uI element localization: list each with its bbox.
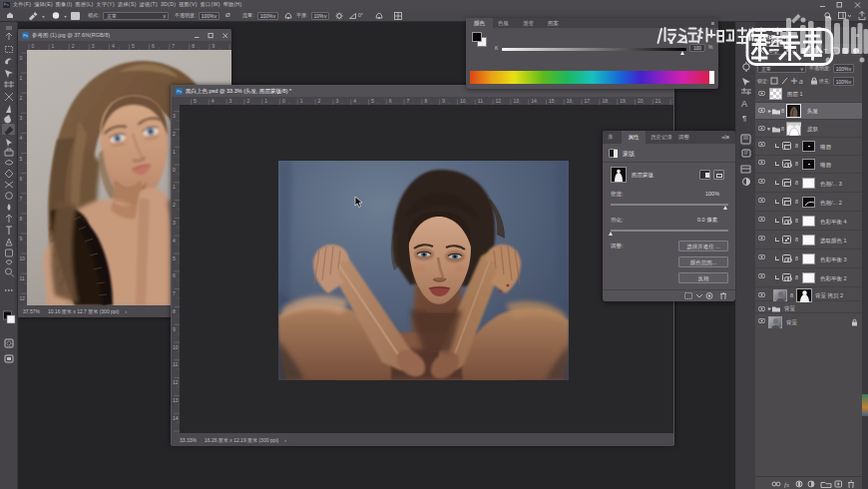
svg-text:17: 17 [585,98,591,104]
svg-text:3: 3 [92,43,95,49]
svg-text:4: 4 [353,98,356,104]
svg-text:4: 4 [173,238,176,244]
svg-text:3: 3 [335,98,338,104]
svg-text:¶: ¶ [742,114,746,123]
svg-text:2: 2 [72,43,75,49]
svg-text:9: 9 [442,98,445,104]
svg-text:9: 9 [173,326,176,332]
svg-text:20: 20 [638,98,644,104]
svg-text:6: 6 [173,272,176,278]
svg-text:0: 0 [282,98,285,104]
svg-text:FOR: FOR [771,39,780,44]
svg-text:6: 6 [20,176,23,182]
svg-text:6: 6 [152,43,155,49]
svg-text:7: 7 [20,196,23,202]
svg-text:10: 10 [20,255,26,261]
svg-text:1: 1 [20,75,23,81]
svg-text:1: 1 [173,149,176,155]
svg-text:0: 0 [20,55,23,61]
svg-text:18: 18 [602,98,608,104]
svg-text:11: 11 [478,98,483,104]
svg-text:2: 2 [246,98,249,104]
svg-text:8: 8 [20,216,23,222]
svg-text:8: 8 [173,308,176,314]
svg-text:14: 14 [531,98,537,104]
svg-text:2: 2 [173,202,176,208]
svg-text:10: 10 [173,344,179,350]
svg-text:2: 2 [173,131,176,137]
svg-text:5: 5 [194,98,197,104]
svg-text:11: 11 [20,275,25,281]
svg-text:12: 12 [496,98,502,104]
svg-text:4: 4 [112,43,115,49]
svg-text:5: 5 [20,156,23,162]
svg-text:9: 9 [20,236,23,242]
svg-text:7: 7 [407,98,410,104]
svg-text:A: A [741,99,747,109]
svg-text:19: 19 [620,98,626,104]
svg-text:9: 9 [212,43,215,49]
svg-text:13: 13 [173,397,179,403]
svg-text:4: 4 [212,98,215,104]
svg-text:5: 5 [132,43,135,49]
svg-text:1: 1 [264,98,267,104]
svg-text:7: 7 [172,43,175,49]
svg-text:16: 16 [567,98,573,104]
svg-text:12: 12 [20,295,26,301]
svg-text:fx: fx [784,481,790,488]
svg-text:0: 0 [173,167,176,173]
svg-text:8: 8 [192,43,195,49]
svg-text:1: 1 [173,184,176,190]
svg-text:3: 3 [20,115,23,121]
svg-text:15: 15 [549,98,555,104]
svg-text:5: 5 [371,98,374,104]
svg-text:14: 14 [173,415,179,421]
svg-text:0: 0 [32,43,35,49]
svg-text:a: a [799,78,803,85]
svg-text:10: 10 [460,98,466,104]
svg-text:7: 7 [173,290,176,296]
svg-text:5: 5 [173,255,176,261]
svg-text:8: 8 [424,98,427,104]
svg-text:15: 15 [173,433,179,434]
svg-text:11: 11 [173,361,178,367]
svg-text:13: 13 [513,98,519,104]
svg-text:2: 2 [20,95,23,101]
svg-text:4: 4 [20,135,23,141]
svg-text:2: 2 [318,98,321,104]
svg-text:3: 3 [173,113,176,119]
svg-text:12: 12 [173,379,179,385]
svg-text:6: 6 [389,98,392,104]
svg-text:3: 3 [173,220,176,226]
svg-text:3: 3 [229,98,232,104]
svg-text:1: 1 [300,98,303,104]
svg-text:1: 1 [52,43,55,49]
svg-text:21: 21 [655,98,661,104]
